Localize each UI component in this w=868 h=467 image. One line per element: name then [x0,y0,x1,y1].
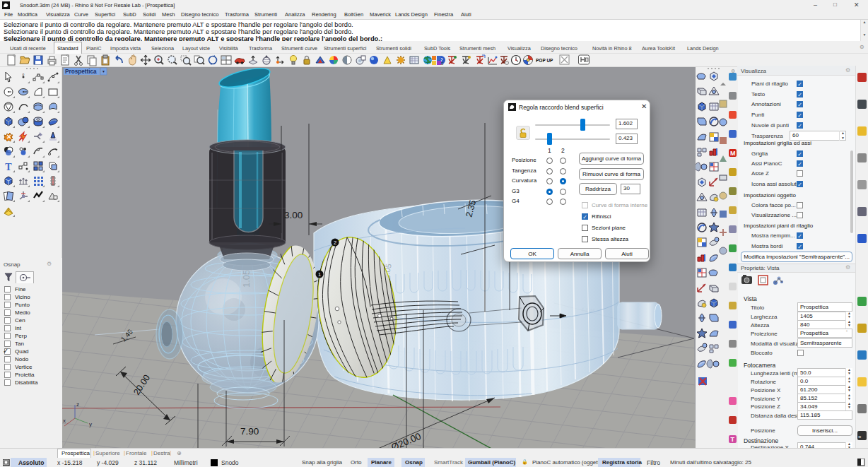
svg-text:POP UP: POP UP [536,58,553,63]
svg-text:▼: ▼ [102,69,105,73]
svg-text:M: M [730,150,736,157]
svg-text:T: T [731,436,735,443]
svg-text:z: z [76,401,79,408]
svg-text:»: » [858,434,862,440]
svg-text:3.00: 3.00 [284,210,303,220]
svg-text:x: x [63,418,66,424]
svg-text:1.05: 1.05 [241,270,252,288]
svg-text:2: 2 [334,240,336,246]
svg-text:y: y [89,421,92,427]
svg-text:Prospettica: Prospettica [65,69,97,75]
svg-text:1: 1 [318,271,321,278]
svg-text:⚙: ⚙ [731,69,735,73]
svg-text:7.90: 7.90 [240,426,259,437]
svg-text:T: T [5,162,12,172]
svg-text:o: o [23,72,25,76]
